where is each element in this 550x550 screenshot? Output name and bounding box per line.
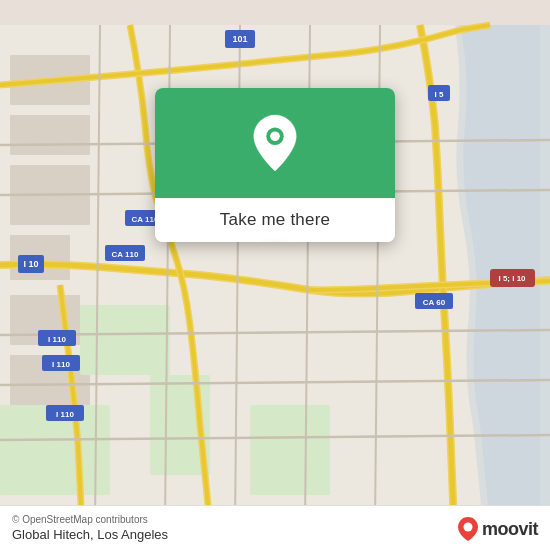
svg-rect-12 <box>250 405 330 495</box>
svg-text:I 110: I 110 <box>48 335 66 344</box>
svg-point-46 <box>463 523 472 532</box>
location-pin-icon <box>249 113 301 173</box>
svg-rect-3 <box>10 115 90 155</box>
moovit-text: moovit <box>482 519 538 540</box>
popup-green-area <box>155 88 395 198</box>
svg-text:I 5; I 10: I 5; I 10 <box>498 274 526 283</box>
map-background: 101 I 10 I 5; I 10 CA 110 CA 110 I 110 I… <box>0 0 550 550</box>
svg-rect-9 <box>80 305 170 375</box>
bottom-bar: © OpenStreetMap contributors Global Hite… <box>0 505 550 550</box>
svg-text:I 110: I 110 <box>52 360 70 369</box>
svg-text:I 110: I 110 <box>56 410 74 419</box>
svg-text:I 10: I 10 <box>23 259 38 269</box>
moovit-logo: moovit <box>457 516 538 542</box>
svg-text:I 5: I 5 <box>435 90 444 99</box>
take-me-there-button[interactable]: Take me there <box>220 210 330 230</box>
moovit-pin-icon <box>457 516 479 542</box>
popup-button-area[interactable]: Take me there <box>155 198 395 242</box>
svg-text:CA 110: CA 110 <box>112 250 139 259</box>
svg-text:CA 60: CA 60 <box>423 298 446 307</box>
svg-point-45 <box>270 131 280 141</box>
map-container: 101 I 10 I 5; I 10 CA 110 CA 110 I 110 I… <box>0 0 550 550</box>
svg-text:101: 101 <box>232 34 247 44</box>
popup-card: Take me there <box>155 88 395 242</box>
